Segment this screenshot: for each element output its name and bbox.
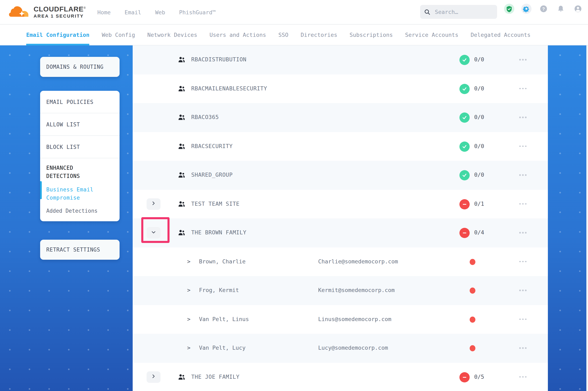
primary-nav: Home Email Web PhishGuard™ <box>97 9 216 15</box>
tab-subscriptions[interactable]: Subscriptions <box>349 24 393 45</box>
member-chevron-right-icon[interactable]: > <box>187 344 190 351</box>
member-email: Charlie@somedemocorp.com <box>318 258 398 264</box>
tab-users-and-actions[interactable]: Users and Actions <box>209 24 266 45</box>
brand-name: CLOUDFLARE® <box>34 6 86 13</box>
group-icon <box>178 114 185 122</box>
nav-email[interactable]: Email <box>125 9 141 15</box>
status-alert-dot <box>470 288 475 294</box>
sidebar-item-allow-list[interactable]: ALLOW LIST <box>40 113 120 136</box>
tab-sso[interactable]: SSO <box>279 24 289 45</box>
row-actions-menu-icon[interactable] <box>519 174 527 176</box>
member-name: Frog, Kermit <box>199 287 239 293</box>
cloudflare-logo: CLOUDFLARE® AREA 1 SECURITY <box>9 5 86 19</box>
chevron-right-icon <box>151 201 156 207</box>
member-row: >Brown, CharlieCharlie@somedemocorp.com <box>133 247 548 276</box>
sidebar-item-email-policies[interactable]: EMAIL POLICIES <box>40 91 120 113</box>
nav-home[interactable]: Home <box>97 9 111 15</box>
account-icon[interactable] <box>573 4 583 14</box>
tab-service-accounts[interactable]: Service Accounts <box>405 24 458 45</box>
bell-icon[interactable] <box>556 4 566 14</box>
group-icon <box>178 85 185 93</box>
collapse-group-button[interactable] <box>147 227 160 238</box>
status-alert-dot <box>470 316 475 322</box>
status-ok-badge <box>459 84 470 94</box>
tab-web-config[interactable]: Web Config <box>102 24 135 45</box>
detection-count: 0/1 <box>474 200 484 207</box>
member-row: >Frog, KermitKermit@somedemocorp.com <box>133 276 548 305</box>
row-actions-menu-icon[interactable] <box>519 376 527 378</box>
detection-count: 0/0 <box>474 171 484 178</box>
group-row: SHARED_GROUP0/0 <box>133 161 548 190</box>
settings-tabbar: Email Configuration Web Config Network D… <box>0 24 588 45</box>
search-icon <box>424 9 430 15</box>
sidebar-retract-settings[interactable]: RETRACT SETTINGS <box>40 240 120 260</box>
sidebar-item-block-list[interactable]: BLOCK LIST <box>40 136 120 158</box>
sidebar-domains-routing[interactable]: DOMAINS & ROUTING <box>40 57 120 77</box>
content-area: DOMAINS & ROUTING EMAIL POLICIES ALLOW L… <box>0 45 588 391</box>
group-row: RBACSECURITY0/0 <box>133 132 548 161</box>
chevron-down-icon <box>151 230 156 236</box>
group-icon <box>178 201 185 208</box>
row-actions-menu-icon[interactable] <box>519 347 527 349</box>
group-icon <box>178 172 185 180</box>
search-box[interactable] <box>420 5 497 19</box>
row-actions-menu-icon[interactable] <box>519 203 527 204</box>
expand-group-button[interactable] <box>147 198 160 210</box>
member-chevron-right-icon[interactable]: > <box>187 315 190 322</box>
retract-settings-label: RETRACT SETTINGS <box>46 247 100 253</box>
group-icon <box>178 143 185 151</box>
group-name: RBACDISTRUBUTION <box>191 56 247 63</box>
row-actions-menu-icon[interactable] <box>519 145 527 147</box>
gear-icon[interactable] <box>521 4 532 14</box>
expand-group-button[interactable] <box>147 371 160 383</box>
member-row: >Van Pelt, LinusLinus@somedemocorp.com <box>133 305 548 334</box>
group-name: RBACMAILENABLESECURITY <box>191 85 267 92</box>
status-ok-badge <box>459 170 470 180</box>
nav-web[interactable]: Web <box>155 9 165 15</box>
status-blocked-badge <box>459 228 470 238</box>
help-icon[interactable]: ? <box>538 4 549 14</box>
status-alert-dot <box>470 259 475 265</box>
tab-email-configuration[interactable]: Email Configuration <box>26 24 89 45</box>
group-name: TEST TEAM SITE <box>191 200 240 207</box>
row-actions-menu-icon[interactable] <box>519 59 527 60</box>
member-email: Linus@somedemocorp.com <box>318 315 391 322</box>
tab-network-devices[interactable]: Network Devices <box>147 24 197 45</box>
tab-directories[interactable]: Directories <box>300 24 337 45</box>
status-blocked-badge <box>459 372 470 382</box>
active-item-indicator <box>40 181 42 199</box>
group-name: THE JOE FAMILY <box>191 373 240 380</box>
group-row: TEST TEAM SITE0/1 <box>133 190 548 218</box>
row-actions-menu-icon[interactable] <box>519 318 527 320</box>
sidebar-policy-menu: EMAIL POLICIES ALLOW LIST BLOCK LIST ENH… <box>40 91 120 221</box>
sidebar-item-added-detections[interactable]: Added Detections <box>46 207 109 214</box>
group-row: THE JOE FAMILY0/5 <box>133 363 548 391</box>
scrollbar-track[interactable] <box>586 45 588 391</box>
nav-phishguard[interactable]: PhishGuard™ <box>179 9 216 15</box>
cloudflare-cloud-icon <box>9 5 30 19</box>
member-name: Van Pelt, Lucy <box>199 344 246 351</box>
row-actions-menu-icon[interactable] <box>519 261 527 262</box>
member-row: >Van Pelt, LucyLucy@somedemocorp.com <box>133 334 548 363</box>
groups-table: RBACDISTRUBUTION0/0RBACMAILENABLESECURIT… <box>133 45 548 391</box>
app-window: CLOUDFLARE® AREA 1 SECURITY Home Email W… <box>0 0 588 391</box>
row-actions-menu-icon[interactable] <box>519 88 527 89</box>
group-icon <box>178 56 185 64</box>
member-chevron-right-icon[interactable]: > <box>187 287 190 293</box>
group-name: RBACSECURITY <box>191 143 233 149</box>
row-actions-menu-icon[interactable] <box>519 290 527 291</box>
row-actions-menu-icon[interactable] <box>519 232 527 233</box>
sidebar-item-business-email-compromise[interactable]: Business Email Compromise <box>46 186 109 202</box>
tab-delegated-accounts[interactable]: Delegated Accounts <box>471 24 531 45</box>
shield-check-icon[interactable] <box>504 4 514 14</box>
header-icon-group: ? <box>504 4 583 14</box>
row-actions-menu-icon[interactable] <box>519 116 527 118</box>
member-chevron-right-icon[interactable]: > <box>187 258 190 264</box>
svg-text:?: ? <box>542 6 545 11</box>
chevron-right-icon <box>151 374 156 380</box>
domains-routing-label: DOMAINS & ROUTING <box>46 64 104 70</box>
group-row: RBACDISTRUBUTION0/0 <box>133 45 548 74</box>
group-name: RBACO365 <box>191 114 219 120</box>
search-input[interactable] <box>434 8 489 15</box>
member-email: Lucy@somedemocorp.com <box>318 344 388 351</box>
